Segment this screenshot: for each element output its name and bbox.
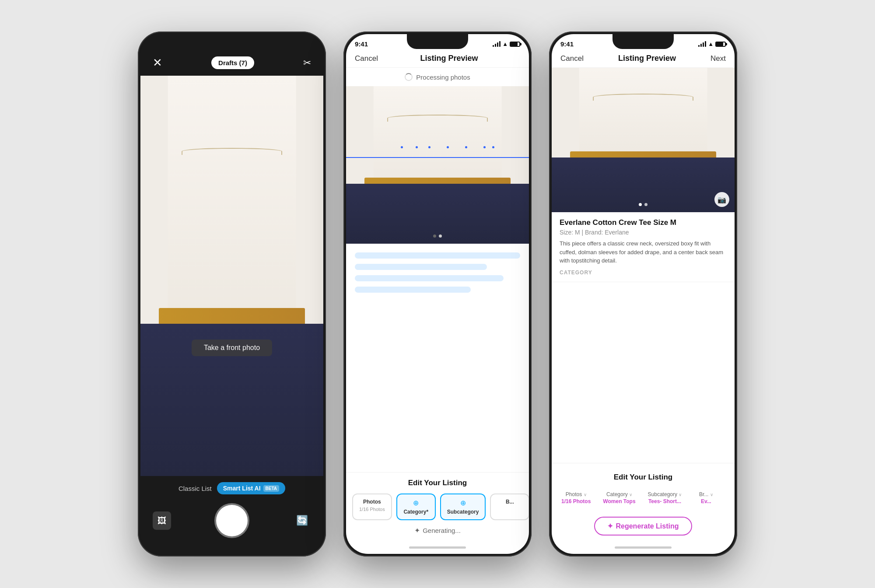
- nav-title: Listing Preview: [420, 54, 478, 63]
- tab-photos[interactable]: Photos 1/16 Photos: [352, 494, 392, 520]
- phone-camera: ✕ Drafts (7) ✂ Take a front photo Classi…: [138, 32, 326, 556]
- status-time: 9:41: [560, 40, 574, 48]
- nav-title: Listing Preview: [618, 54, 676, 63]
- edit-tabs: Photos 1/16 Photos ⊕ Category* ⊕ Subcate…: [346, 494, 529, 520]
- next-button[interactable]: Next: [710, 54, 726, 63]
- photo-pagination: [433, 234, 442, 238]
- phone-preview: 9:41 ▲ Cancel Listing Preview Next: [549, 32, 737, 556]
- listing-info: Everlane Cotton Crew Tee Size M Size: M …: [552, 212, 735, 282]
- beta-badge: BETA: [263, 485, 279, 492]
- edit-listing-section-3: Edit Your Listing Photos ∨ 1/16 Photos C…: [552, 463, 735, 541]
- notch: [407, 34, 468, 49]
- scan-line: [346, 157, 529, 158]
- battery-icon: [510, 42, 520, 47]
- gallery-icon[interactable]: 🖼: [153, 511, 171, 530]
- tab-photos-3[interactable]: Photos ∨ 1/16 Photos: [557, 488, 595, 508]
- home-indicator: [346, 541, 529, 554]
- necklace: [182, 148, 282, 155]
- camera-mode-bar: Classic List Smart List AI BETA: [140, 476, 323, 500]
- preview-pagination: [639, 203, 648, 206]
- loading-bar: [355, 264, 487, 270]
- tab-category[interactable]: ⊕ Category*: [396, 494, 436, 520]
- loading-bar: [355, 287, 471, 293]
- nav-bar: Cancel Listing Preview Next: [552, 50, 735, 68]
- take-photo-prompt: Take a front photo: [192, 340, 272, 356]
- tshirt: [168, 76, 296, 348]
- listing-photo-area: [346, 86, 529, 244]
- loading-bar: [355, 252, 520, 259]
- listing-processing-screen: 9:41 ▲ Cancel Listing Preview: [346, 34, 529, 554]
- photo-dot: [439, 234, 442, 238]
- status-time: 9:41: [355, 40, 368, 48]
- tab-brand-3[interactable]: Br... ∨ Ev...: [690, 488, 722, 508]
- notch: [612, 34, 674, 49]
- necklace: [387, 115, 488, 122]
- camera-photo: Take a front photo: [140, 76, 323, 476]
- notch: [201, 34, 262, 49]
- edit-listing-section: Edit Your Listing Photos 1/16 Photos ⊕ C…: [346, 472, 529, 541]
- shutter-button[interactable]: [216, 505, 248, 536]
- smart-mode-button[interactable]: Smart List AI BETA: [217, 482, 285, 494]
- status-icons: ▲: [698, 41, 726, 47]
- processing-spinner: [405, 73, 413, 81]
- scissors-icon[interactable]: ✂: [303, 57, 311, 69]
- photo-dot: [433, 234, 436, 238]
- necklace: [593, 94, 693, 101]
- nav-bar: Cancel Listing Preview: [346, 50, 529, 68]
- regen-label: Regenerate Listing: [616, 522, 679, 530]
- wifi-icon: ▲: [708, 41, 714, 47]
- close-icon[interactable]: ✕: [153, 56, 162, 70]
- processing-bar: Processing photos: [346, 68, 529, 86]
- cancel-button[interactable]: Cancel: [560, 54, 584, 63]
- drafts-badge[interactable]: Drafts (7): [211, 56, 254, 69]
- cancel-button[interactable]: Cancel: [355, 54, 378, 63]
- status-icons: ▲: [493, 41, 520, 47]
- home-bar: [615, 546, 672, 549]
- phone-processing: 9:41 ▲ Cancel Listing Preview: [343, 32, 532, 556]
- generating-label: Generating...: [423, 527, 461, 534]
- signal-icon: [698, 41, 706, 47]
- flip-camera-icon[interactable]: 🔄: [293, 511, 311, 530]
- regenerate-button[interactable]: ✦ Regenerate Listing: [594, 517, 692, 536]
- home-indicator: [552, 541, 735, 554]
- camera-viewfinder: Take a front photo: [140, 76, 323, 476]
- tab-brand[interactable]: B...: [490, 494, 529, 520]
- loading-fields: [346, 244, 529, 301]
- edit-tabs-3: Photos ∨ 1/16 Photos Category ∨ Women To…: [552, 488, 735, 508]
- smart-mode-label: Smart List AI: [223, 485, 261, 492]
- tab-subcategory-3[interactable]: Subcategory ∨ Tees- Short...: [644, 488, 686, 508]
- listing-meta: Size: M | Brand: Everlane: [560, 229, 727, 236]
- processing-label: Processing photos: [416, 74, 470, 81]
- home-bar: [409, 546, 466, 549]
- category-label: CATEGORY: [560, 270, 727, 276]
- tab-subcategory[interactable]: ⊕ Subcategory: [440, 494, 486, 520]
- wifi-icon: ▲: [502, 41, 508, 47]
- generating-star-icon: ✦: [414, 526, 420, 535]
- battery-icon: [715, 42, 726, 47]
- camera-icon[interactable]: 📷: [714, 192, 729, 207]
- edit-listing-title-3: Edit Your Listing: [552, 469, 735, 482]
- edit-listing-title: Edit Your Listing: [346, 479, 529, 487]
- preview-dot: [639, 203, 642, 206]
- preview-photo: [552, 68, 735, 212]
- loading-bar: [355, 275, 504, 281]
- classic-mode-label[interactable]: Classic List: [178, 485, 212, 492]
- listing-preview-photo: 📷: [552, 68, 735, 212]
- listing-preview-screen: 9:41 ▲ Cancel Listing Preview Next: [552, 34, 735, 554]
- listing-title: Everlane Cotton Crew Tee Size M: [560, 218, 727, 227]
- listing-description: This piece offers a classic crew neck, o…: [560, 239, 727, 265]
- signal-icon: [493, 41, 500, 47]
- regen-star-icon: ✦: [607, 522, 613, 530]
- generating-bar: ✦ Generating...: [346, 520, 529, 541]
- preview-dot: [644, 203, 648, 206]
- listing-photo: [346, 86, 529, 244]
- tab-category-3[interactable]: Category ∨ Women Tops: [598, 488, 640, 508]
- camera-bottom-bar: 🖼 🔄: [140, 500, 323, 554]
- camera-screen: ✕ Drafts (7) ✂ Take a front photo Classi…: [140, 34, 323, 554]
